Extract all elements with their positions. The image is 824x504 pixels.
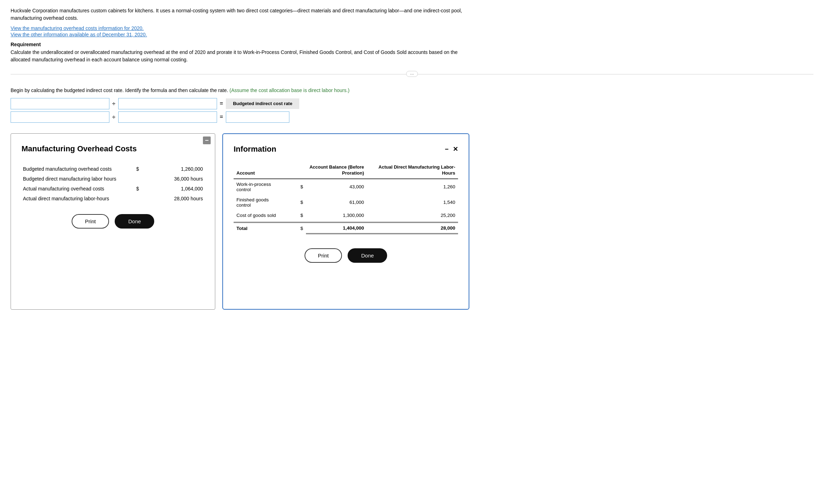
mfg-data-table: Budgeted manufacturing overhead costs $ …: [22, 164, 204, 204]
info-table-row: Finished goods control $ 61,000 1,540: [234, 195, 458, 210]
info-panel-header: Information − ✕: [234, 145, 458, 154]
equals-operator-2: =: [220, 114, 223, 120]
mfg-print-button[interactable]: Print: [72, 214, 109, 229]
mfg-table-row: Actual manufacturing overhead costs $ 1,…: [22, 184, 204, 194]
info-total-balance: 1,404,000: [306, 222, 367, 233]
mfg-row-dollar: [131, 194, 140, 204]
mfg-panel-title: Manufacturing Overhead Costs: [22, 144, 204, 153]
divider-dots: ···: [406, 71, 418, 77]
formula-input-numerator-label[interactable]: [11, 98, 109, 109]
budgeted-rate-box: Budgeted indirect cost rate: [226, 98, 299, 109]
mfg-row-label: Actual direct manufacturing labor-hours: [22, 194, 131, 204]
green-note: (Assume the cost allocation base is dire…: [229, 87, 349, 93]
calculation-section: Begin by calculating the budgeted indire…: [11, 87, 813, 123]
info-table-total-row: Total $ 1,404,000 28,000: [234, 222, 458, 233]
information-panel: Information − ✕ Account Account Balance …: [222, 133, 469, 310]
mfg-row-value: 28,000 hours: [140, 194, 204, 204]
divide-operator-1: ÷: [112, 101, 115, 107]
formula-input-denominator-label[interactable]: [118, 98, 217, 109]
info-print-button[interactable]: Print: [305, 248, 342, 263]
info-row-account: Work-in-process control: [234, 179, 287, 195]
divide-operator-2: ÷: [112, 114, 115, 120]
formula-input-numerator-value[interactable]: [11, 111, 109, 123]
info-total-labor: 28,000: [367, 222, 458, 233]
info-total-dollar: $: [287, 222, 306, 233]
info-panel-buttons: Print Done: [234, 248, 458, 263]
info-data-table: Account Account Balance (Before Proratio…: [234, 162, 458, 234]
mfg-table-row: Actual direct manufacturing labor-hours …: [22, 194, 204, 204]
info-panel-title: Information: [234, 145, 276, 154]
mfg-row-label: Budgeted direct manufacturing labor hour…: [22, 174, 131, 184]
mfg-table-row: Budgeted manufacturing overhead costs $ …: [22, 164, 204, 174]
info-done-button[interactable]: Done: [348, 248, 387, 263]
col-balance-header: Account Balance (Before Proration): [287, 162, 367, 179]
info-panel-controls: − ✕: [445, 146, 458, 152]
mfg-done-button[interactable]: Done: [115, 214, 154, 229]
requirement-text: Calculate the underallocated or overallo…: [11, 49, 469, 63]
info-row-balance: 61,000: [306, 195, 367, 210]
equals-operator-1: =: [220, 101, 223, 107]
info-row-account: Finished goods control: [234, 195, 287, 210]
info-row-dollar: $: [287, 179, 306, 195]
info-table-row: Cost of goods sold $ 1,300,000 25,200: [234, 210, 458, 220]
info-panel-minimize-button[interactable]: −: [445, 146, 449, 152]
col-labor-header: Actual Direct Manufacturing Labor-Hours: [367, 162, 458, 179]
modals-area: − Manufacturing Overhead Costs Budgeted …: [11, 133, 813, 310]
info-row-dollar: $: [287, 195, 306, 210]
info-table-row: Work-in-process control $ 43,000 1,260: [234, 179, 458, 195]
mfg-panel-buttons: Print Done: [22, 214, 204, 229]
mfg-row-value: 1,064,000: [140, 184, 204, 194]
section-divider: ···: [11, 74, 813, 80]
info-row-balance: 1,300,000: [306, 210, 367, 220]
formula-area: ÷ = Budgeted indirect cost rate ÷ =: [11, 98, 299, 123]
mfg-row-label: Budgeted manufacturing overhead costs: [22, 164, 131, 174]
mfg-row-dollar: [131, 174, 140, 184]
mfg-row-value: 36,000 hours: [140, 174, 204, 184]
requirement-title: Requirement: [11, 42, 813, 47]
mfg-table-row: Budgeted direct manufacturing labor hour…: [22, 174, 204, 184]
mfg-row-dollar: $: [131, 164, 140, 174]
link-other-information[interactable]: View the other information available as …: [11, 32, 813, 37]
info-row-balance: 43,000: [306, 179, 367, 195]
info-total-label: Total: [234, 222, 287, 233]
info-panel-close-button[interactable]: ✕: [453, 146, 458, 152]
info-row-labor: 25,200: [367, 210, 458, 220]
info-row-labor: 1,540: [367, 195, 458, 210]
mfg-row-value: 1,260,000: [140, 164, 204, 174]
link-manufacturing-overhead[interactable]: View the manufacturing overhead costs in…: [11, 25, 813, 31]
info-row-dollar: $: [287, 210, 306, 220]
formula-row-2: ÷ =: [11, 111, 299, 123]
manufacturing-overhead-panel: − Manufacturing Overhead Costs Budgeted …: [11, 133, 215, 310]
formula-row-1: ÷ = Budgeted indirect cost rate: [11, 98, 299, 109]
intro-paragraph: Huckvale Corporation manufactures custom…: [11, 7, 469, 22]
info-row-labor: 1,260: [367, 179, 458, 195]
formula-result-input[interactable]: [226, 111, 289, 123]
mfg-row-dollar: $: [131, 184, 140, 194]
col-account-header: Account: [234, 162, 287, 179]
info-row-account: Cost of goods sold: [234, 210, 287, 220]
mfg-panel-minimize-button[interactable]: −: [203, 136, 211, 144]
mfg-row-label: Actual manufacturing overhead costs: [22, 184, 131, 194]
calc-instruction: Begin by calculating the budgeted indire…: [11, 87, 813, 93]
formula-input-denominator-value[interactable]: [118, 111, 217, 123]
